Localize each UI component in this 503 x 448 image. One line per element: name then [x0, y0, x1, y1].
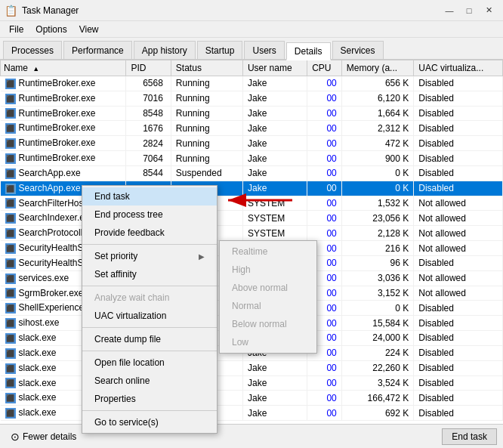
tab-performance[interactable]: Performance — [63, 41, 132, 59]
cell-uac: Not allowed — [414, 226, 503, 241]
separator-2 — [82, 286, 217, 286]
cell-name: ⬛RuntimeBroker.exe — [1, 76, 126, 91]
cell-user: Jake — [242, 76, 307, 91]
context-set-priority[interactable]: Set priority ▶ — [82, 247, 217, 265]
table-row[interactable]: ⬛RuntimeBroker.exe 6568 Running Jake 00 … — [1, 76, 503, 91]
cell-cpu: 00 — [307, 196, 342, 211]
tab-users[interactable]: Users — [244, 41, 284, 59]
context-uac-virtualization[interactable]: UAC virtualization — [82, 307, 217, 325]
cell-pid: 6568 — [126, 76, 171, 91]
process-icon: ⬛ — [5, 243, 16, 254]
table-row[interactable]: ⬛SearchFilterHost... SYSTEM 00 1,532 K N… — [1, 196, 503, 211]
tab-details[interactable]: Details — [286, 42, 331, 60]
context-set-affinity[interactable]: Set affinity — [82, 265, 217, 283]
cell-user: Jake — [242, 391, 307, 406]
table-row[interactable]: ⬛RuntimeBroker.exe 7064 Running Jake 00 … — [1, 151, 503, 166]
table-row[interactable]: ⬛slack.exe Jake 00 166,472 K Disabled — [1, 391, 503, 406]
minimize-button[interactable]: — — [440, 3, 459, 18]
cell-memory: 96 K — [341, 255, 414, 270]
submenu-low: Low — [220, 333, 316, 351]
context-properties[interactable]: Properties — [82, 390, 217, 408]
fewer-details-button[interactable]: ⊙ Fewer details — [6, 428, 81, 445]
submenu-normal: Normal — [220, 297, 316, 315]
cell-pid: 7064 — [126, 151, 171, 166]
cell-uac: Disabled — [414, 255, 503, 270]
context-search-online[interactable]: Search online — [82, 372, 217, 390]
tab-processes[interactable]: Processes — [3, 41, 62, 59]
context-provide-feedback[interactable]: Provide feedback — [82, 224, 217, 242]
header-cpu[interactable]: CPU — [307, 60, 342, 76]
cell-cpu: 00 — [307, 121, 342, 136]
submenu-high: High — [220, 261, 316, 279]
table-row[interactable]: ⬛SearchApp.exe 8544 Suspended Jake 00 0 … — [1, 165, 503, 181]
cell-cpu: 00 — [307, 226, 342, 241]
table-row[interactable]: ⬛SearchProtocolH... SYSTEM 00 2,128 K No… — [1, 226, 503, 241]
cell-memory: 3,524 K — [341, 375, 414, 391]
table-row[interactable]: ⬛slack.exe Jake 00 692 K Disabled — [1, 406, 503, 421]
sort-arrow: ▲ — [32, 65, 39, 73]
cell-pid: 7016 — [126, 91, 171, 106]
process-icon: ⬛ — [5, 123, 16, 134]
set-priority-label: Set priority — [94, 251, 137, 261]
cell-status: Suspended — [171, 165, 242, 181]
header-uac[interactable]: UAC virtualiza... — [414, 60, 503, 76]
tab-services[interactable]: Services — [332, 41, 384, 59]
maximize-button[interactable]: □ — [459, 3, 479, 18]
process-icon: ⬛ — [5, 108, 16, 119]
close-button[interactable]: ✕ — [479, 3, 498, 18]
cell-memory: 3,036 K — [341, 270, 414, 286]
context-open-file-location[interactable]: Open file location — [82, 354, 217, 372]
title-bar: 📋 Task Manager — □ ✕ — [0, 0, 503, 21]
header-pid[interactable]: PID — [126, 60, 171, 76]
cell-status: Running — [171, 121, 242, 136]
menu-view[interactable]: View — [73, 23, 105, 36]
end-task-button[interactable]: End task — [442, 428, 497, 445]
cell-status: Running — [171, 91, 242, 106]
menu-file[interactable]: File — [3, 23, 29, 36]
table-row[interactable]: ⬛RuntimeBroker.exe 7016 Running Jake 00 … — [1, 91, 503, 106]
process-icon: ⬛ — [5, 408, 16, 419]
context-menu: End task End process tree Provide feedba… — [82, 185, 218, 434]
cell-memory: 0 K — [341, 181, 414, 196]
cell-user: Jake — [242, 91, 307, 106]
window: 📋 Task Manager — □ ✕ File Options View P… — [0, 0, 503, 448]
cell-cpu: 00 — [307, 165, 342, 181]
header-memory[interactable]: Memory (a... — [341, 60, 414, 76]
cell-memory: 166,472 K — [341, 391, 414, 406]
table-row[interactable]: ⬛RuntimeBroker.exe 2824 Running Jake 00 … — [1, 136, 503, 151]
context-go-to-services[interactable]: Go to service(s) — [82, 413, 217, 431]
cell-uac: Disabled — [414, 151, 503, 166]
context-end-task[interactable]: End task — [82, 187, 217, 205]
context-end-process-tree[interactable]: End process tree — [82, 205, 217, 224]
table-row[interactable]: ⬛SearchIndexer.exe SYSTEM 00 23,056 K No… — [1, 211, 503, 226]
menu-options[interactable]: Options — [29, 23, 73, 36]
cell-cpu: 00 — [307, 106, 342, 121]
process-icon: ⬛ — [5, 303, 16, 314]
cell-name: ⬛RuntimeBroker.exe — [1, 151, 126, 166]
header-status[interactable]: Status — [171, 60, 242, 76]
table-row[interactable]: ⬛slack.exe Jake 00 22,260 K Disabled — [1, 360, 503, 375]
cell-memory: 216 K — [341, 241, 414, 256]
header-user[interactable]: User name — [242, 60, 307, 76]
cell-cpu: 00 — [307, 136, 342, 151]
table-row[interactable]: ⬛slack.exe Jake 00 3,524 K Disabled — [1, 375, 503, 391]
submenu-realtime: Realtime — [220, 243, 316, 261]
cell-status: Running — [171, 76, 242, 91]
cell-uac: Disabled — [414, 316, 503, 331]
table-row[interactable]: ⬛SearchApp.exe Jake 00 0 K Disabled — [1, 181, 503, 196]
tab-startup[interactable]: Startup — [197, 41, 243, 59]
bottom-bar: ⊙ Fewer details End task — [0, 424, 503, 448]
cell-status: Running — [171, 106, 242, 121]
context-create-dump-file[interactable]: Create dump file — [82, 330, 217, 348]
table-row[interactable]: ⬛RuntimeBroker.exe 8548 Running Jake 00 … — [1, 106, 503, 121]
cell-user: Jake — [242, 406, 307, 421]
cell-cpu: 00 — [307, 76, 342, 91]
submenu-arrow: ▶ — [199, 252, 205, 261]
submenu-below-normal: Below normal — [220, 315, 316, 333]
cell-user: Jake — [242, 181, 307, 196]
cell-cpu: 00 — [307, 181, 342, 196]
cell-memory: 0 K — [341, 165, 414, 181]
header-name[interactable]: Name ▲ — [1, 60, 126, 76]
table-row[interactable]: ⬛RuntimeBroker.exe 1676 Running Jake 00 … — [1, 121, 503, 136]
tab-app-history[interactable]: App history — [134, 41, 196, 59]
